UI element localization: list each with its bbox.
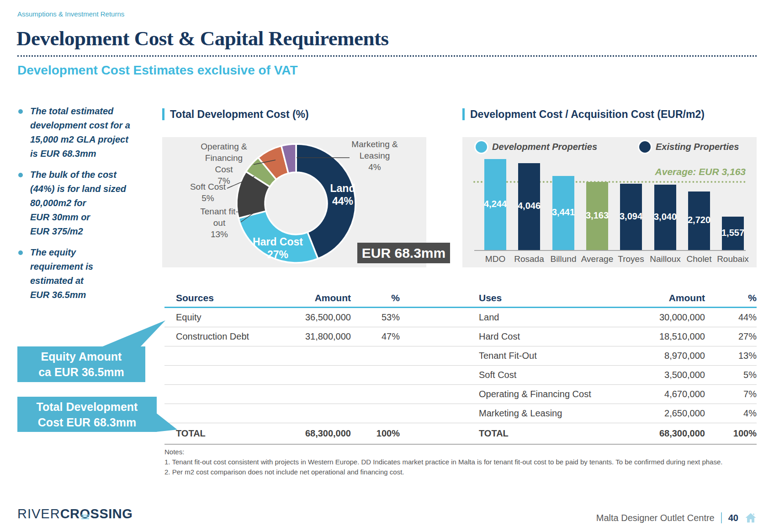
source-pct: 47%: [351, 327, 400, 346]
slide: { "slide": { "breadcrumb": "Assumptions …: [0, 0, 774, 532]
bar-value-label: 3,040: [647, 212, 684, 222]
row-spacer: [400, 366, 476, 385]
development-properties-swatch: [474, 140, 488, 154]
source-amount: [284, 366, 351, 385]
use-pct: 27%: [705, 327, 757, 346]
total-cost-badge: EUR 68.3mm: [357, 243, 450, 263]
title-accent-bar: [162, 108, 164, 120]
bar-category-label: Cholet: [680, 254, 718, 264]
bar-chart-title: Development Cost / Acquisition Cost (EUR…: [462, 108, 705, 121]
bullet-text: The bulk of the cost (44%) is for land s…: [30, 168, 126, 239]
source-name: [164, 404, 284, 423]
use-pct: 7%: [705, 385, 757, 404]
legend-item-existing: Existing Properties: [638, 140, 739, 154]
total-cost-callout: Total Development Cost EUR 68.3mm: [17, 397, 157, 432]
use-name: Marketing & Leasing: [476, 404, 619, 423]
bar-value-label: 3,163: [579, 210, 615, 221]
notes-label: Notes:: [164, 447, 757, 457]
bar-chart: Development Properties Existing Properti…: [462, 137, 757, 267]
bar-value-label: 3,094: [613, 211, 649, 222]
bar-value-label: 1,557: [715, 228, 751, 238]
source-name: [164, 385, 284, 404]
col-header-uses: Uses: [476, 289, 619, 308]
logo-thin-text: RIVER: [17, 506, 60, 521]
use-amount: 18,510,000: [619, 327, 705, 346]
logo-bold-text: CROSSING: [60, 506, 133, 521]
uses-total-pct: 100%: [705, 423, 757, 445]
page-number: 40: [728, 513, 738, 523]
donut-label-land: Land 44%: [311, 182, 375, 207]
total-spacer: [400, 423, 476, 445]
bar-category-label: Troyes: [612, 254, 650, 264]
use-amount: 4,670,000: [619, 385, 705, 404]
source-name: Construction Debt: [164, 327, 284, 346]
donut-chart-title: Total Development Cost (%): [162, 108, 309, 121]
use-pct: 4%: [705, 404, 757, 423]
list-item: The equity requirement is estimated at E…: [17, 245, 154, 302]
row-spacer: [400, 327, 476, 346]
title-divider: [17, 55, 757, 57]
row-spacer: [400, 346, 476, 366]
footer-right: Malta Designer Outlet Centre 40: [596, 512, 757, 524]
legend-item-development: Development Properties: [474, 140, 597, 154]
use-amount: 30,000,000: [619, 308, 705, 327]
source-amount: [284, 346, 351, 366]
source-name: [164, 346, 284, 366]
home-icon: [745, 512, 757, 524]
use-name: Operating & Financing Cost: [476, 385, 619, 404]
bullet-icon: [18, 173, 23, 177]
col-header-pct: %: [705, 289, 757, 308]
source-amount: [284, 404, 351, 423]
rivercrossing-logo: RIVERCROSSING: [17, 506, 133, 521]
notes: Notes: 1. Tenant fit-out cost consistent…: [164, 447, 757, 477]
use-pct: 44%: [705, 308, 757, 327]
use-amount: 2,650,000: [619, 404, 705, 423]
page-title: Development Cost & Capital Requirements: [16, 27, 389, 50]
use-pct: 13%: [705, 346, 757, 366]
source-pct: [351, 346, 400, 366]
donut-chart-title-text: Total Development Cost (%): [170, 108, 309, 121]
row-spacer: [400, 385, 476, 404]
col-header-amount: Amount: [284, 289, 351, 308]
average-label: Average: EUR 3,163: [607, 166, 746, 177]
row-spacer: [400, 308, 476, 327]
source-pct: [351, 385, 400, 404]
x-axis-line: [474, 250, 746, 251]
bullet-text: The equity requirement is estimated at E…: [30, 245, 93, 302]
col-header-sources: Sources: [164, 289, 284, 308]
list-item: The total estimated development cost for…: [17, 104, 154, 161]
use-name: Land: [476, 308, 619, 327]
legend-label: Existing Properties: [656, 142, 739, 152]
logo-wave-o: O: [80, 506, 90, 521]
use-pct: 5%: [705, 366, 757, 385]
bar-category-label: Nailloux: [646, 254, 684, 264]
footer-divider: [721, 512, 722, 523]
bar-value-label: 4,244: [477, 199, 514, 209]
sources-total-pct: 100%: [351, 423, 400, 445]
source-amount: [284, 385, 351, 404]
source-pct: [351, 366, 400, 385]
list-item: The bulk of the cost (44%) is for land s…: [17, 168, 154, 239]
note-item: 1. Tenant fit-out cost consistent with p…: [164, 457, 757, 467]
bar-category-label: Average: [578, 254, 616, 264]
use-name: Soft Cost: [476, 366, 619, 385]
col-header-pct: %: [351, 289, 400, 308]
bar-value-label: 2,720: [681, 215, 717, 225]
source-pct: 53%: [351, 308, 400, 327]
slide-subtitle: Development Cost Estimates exclusive of …: [17, 63, 298, 78]
row-spacer: [400, 404, 476, 423]
bar-category-label: MDO: [476, 254, 514, 264]
bar-category-label: Roubaix: [714, 254, 752, 264]
use-amount: 8,970,000: [619, 346, 705, 366]
use-amount: 3,500,000: [619, 366, 705, 385]
uses-total-amount: 68,300,000: [619, 423, 705, 445]
source-name: Equity: [164, 308, 284, 327]
footer-project-name: Malta Designer Outlet Centre: [596, 513, 715, 523]
sources-total-label: TOTAL: [164, 423, 284, 445]
existing-properties-swatch: [638, 140, 652, 154]
bar-category-label: Billund: [544, 254, 583, 264]
donut-label-operating-financing-cost: Operating & Financing Cost 7%: [183, 141, 265, 186]
source-amount: 31,800,000: [284, 327, 351, 346]
legend-label: Development Properties: [492, 142, 597, 152]
bar-value-label: 4,046: [511, 201, 547, 211]
